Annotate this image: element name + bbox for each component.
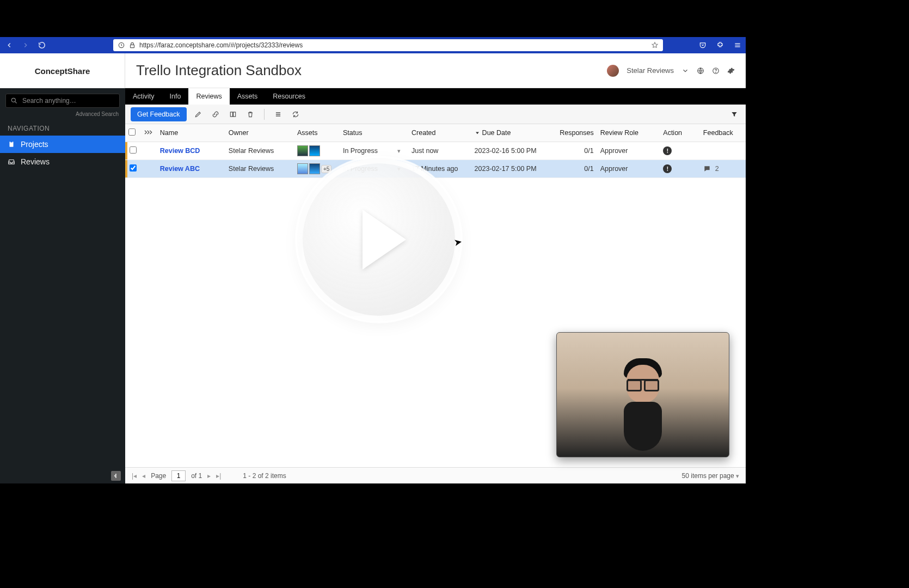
svg-rect-4: [10, 141, 13, 142]
col-status[interactable]: Status: [340, 124, 408, 142]
table-row[interactable]: Review BCD Stelar Reviews In Progress▾ J…: [125, 142, 746, 160]
asset-thumbnails[interactable]: +5: [297, 163, 336, 174]
nav-heading: NAVIGATION: [0, 121, 125, 136]
sidebar-collapse-button[interactable]: [111, 471, 121, 481]
sidebar-item-label: Reviews: [21, 157, 50, 166]
link-icon[interactable]: [210, 108, 222, 120]
col-due[interactable]: Due Date: [471, 124, 551, 142]
owner-cell: Stelar Reviews: [225, 142, 294, 160]
forward-button[interactable]: [21, 40, 30, 50]
lock-icon: [128, 41, 136, 49]
svg-point-2: [11, 98, 15, 102]
table-footer: |◂ ◂ Page of 1 ▸ ▸| 1 - 2 of 2 items 50 …: [125, 467, 746, 483]
role-cell: Approver: [597, 142, 660, 160]
col-owner[interactable]: Owner: [225, 124, 294, 142]
search-icon: [10, 97, 18, 105]
svg-point-7: [716, 72, 716, 72]
row-checkbox[interactable]: [130, 146, 137, 154]
action-required-icon[interactable]: !: [663, 164, 672, 173]
tab-resources[interactable]: Resources: [265, 88, 313, 105]
responses-cell: 0/1: [551, 142, 597, 160]
chevron-down-icon[interactable]: [681, 67, 689, 75]
sidebar: ConceptShare Search anything… Advanced S…: [0, 53, 125, 483]
sidebar-item-reviews[interactable]: Reviews: [0, 153, 125, 170]
tab-assets[interactable]: Assets: [230, 88, 266, 105]
edit-icon[interactable]: [192, 108, 204, 120]
review-name-link[interactable]: Review ABC: [160, 165, 200, 173]
page-title: Trello Integration Sandbox: [136, 62, 302, 79]
search-placeholder: Search anything…: [22, 97, 76, 105]
tab-reviews[interactable]: Reviews: [188, 88, 229, 105]
col-role[interactable]: Review Role: [597, 124, 660, 142]
advanced-search-link[interactable]: Advanced Search: [0, 109, 125, 121]
filter-icon[interactable]: [728, 108, 740, 120]
header-bar: Trello Integration Sandbox Stelar Review…: [125, 53, 746, 88]
url-bar[interactable]: https://faraz.conceptshare.com/#/project…: [113, 39, 663, 51]
expand-all-icon[interactable]: [140, 124, 156, 142]
menu-icon[interactable]: [734, 41, 741, 49]
get-feedback-button[interactable]: Get Feedback: [131, 107, 187, 121]
gear-icon[interactable]: [727, 67, 735, 75]
brand-logo: ConceptShare: [0, 53, 125, 88]
presenter-webcam: [556, 332, 729, 457]
star-icon[interactable]: [651, 41, 659, 49]
inbox-icon: [8, 158, 15, 166]
help-icon[interactable]: [712, 67, 720, 75]
col-created[interactable]: Created: [408, 124, 471, 142]
row-checkbox[interactable]: [130, 164, 137, 171]
review-name-link[interactable]: Review BCD: [160, 147, 200, 155]
page-prev-button[interactable]: ◂: [142, 472, 145, 480]
page-next-button[interactable]: ▸: [207, 472, 211, 480]
col-assets[interactable]: Assets: [294, 124, 340, 142]
refresh-icon[interactable]: [290, 108, 302, 120]
user-name[interactable]: Stelar Reviews: [627, 66, 674, 75]
play-icon: [363, 210, 406, 270]
col-action[interactable]: Action: [660, 124, 700, 142]
back-button[interactable]: [4, 40, 14, 50]
reviews-table: Name Owner Assets Status Created Due Dat…: [125, 124, 746, 178]
comment-icon[interactable]: [703, 165, 711, 173]
asset-thumbnails[interactable]: [297, 145, 336, 156]
col-name[interactable]: Name: [157, 124, 225, 142]
user-avatar[interactable]: [607, 65, 619, 77]
window-letterbox-top: [0, 0, 746, 37]
sidebar-item-label: Projects: [21, 140, 48, 149]
action-required-icon[interactable]: !: [663, 146, 672, 155]
tab-info[interactable]: Info: [162, 88, 189, 105]
col-feedback[interactable]: Feedback: [700, 124, 746, 142]
sidebar-item-projects[interactable]: Projects: [0, 136, 125, 153]
browser-toolbar: https://faraz.conceptshare.com/#/project…: [0, 37, 746, 53]
clipboard-icon: [8, 140, 15, 148]
globe-icon[interactable]: [697, 67, 704, 75]
svg-rect-3: [10, 142, 14, 146]
extensions-icon[interactable]: [716, 41, 724, 49]
page-first-button[interactable]: |◂: [132, 472, 137, 480]
role-cell: Approver: [597, 160, 660, 178]
reload-button[interactable]: [37, 40, 47, 50]
created-cell: Just now: [408, 142, 471, 160]
page-input[interactable]: [171, 470, 186, 481]
more-assets-badge: +5: [321, 165, 331, 173]
responses-cell: 0/1: [551, 160, 597, 178]
tab-activity[interactable]: Activity: [125, 88, 162, 105]
table-row[interactable]: Review ABC Stelar Reviews +5 In Progress…: [125, 160, 746, 178]
items-per-page-dropdown[interactable]: 50 items per page ▾: [682, 472, 739, 480]
video-play-button[interactable]: [297, 158, 460, 321]
col-responses[interactable]: Responses: [551, 124, 597, 142]
feedback-count: 2: [715, 165, 719, 173]
global-search-input[interactable]: Search anything…: [5, 94, 120, 108]
page-label: Page: [151, 472, 166, 480]
project-tabs: Activity Info Reviews Assets Resources: [125, 88, 746, 105]
due-cell: 2023-02-16 5:00 PM: [471, 142, 551, 160]
status-dropdown[interactable]: In Progress▾: [343, 147, 405, 155]
due-cell: 2023-02-17 5:00 PM: [471, 160, 551, 178]
book-icon[interactable]: [227, 108, 239, 120]
trash-icon[interactable]: [244, 108, 256, 120]
select-all-checkbox[interactable]: [128, 128, 136, 136]
page-range: 1 - 2 of 2 items: [243, 472, 286, 480]
pocket-icon[interactable]: [699, 41, 707, 49]
svg-rect-1: [131, 45, 134, 47]
page-last-button[interactable]: ▸|: [216, 472, 221, 480]
owner-cell: Stelar Reviews: [225, 160, 294, 178]
list-icon[interactable]: [272, 108, 284, 120]
